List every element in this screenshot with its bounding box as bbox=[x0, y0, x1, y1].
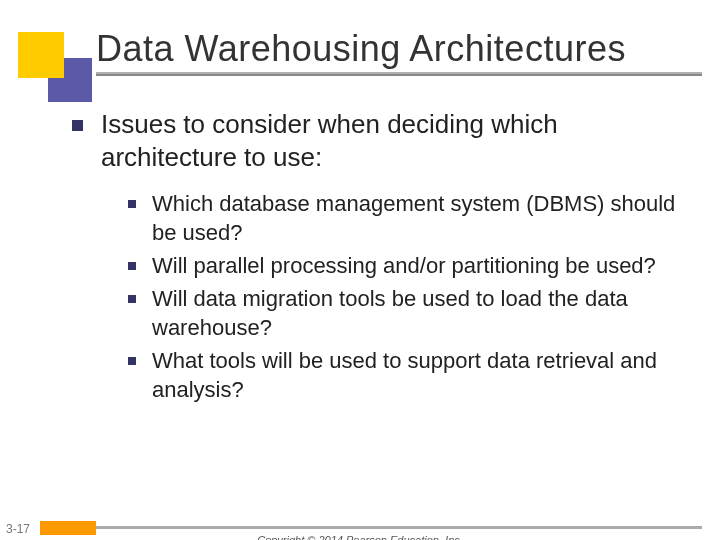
slide-content: Issues to consider when deciding which a… bbox=[72, 108, 690, 408]
sub-bullet-text: What tools will be used to support data … bbox=[152, 346, 690, 404]
square-bullet-icon bbox=[72, 120, 83, 131]
decoration-yellow-square bbox=[18, 32, 64, 78]
sub-bullet: Will parallel processing and/or partitio… bbox=[128, 251, 690, 280]
sub-bullet: Which database management system (DBMS) … bbox=[128, 189, 690, 247]
sub-bullet-text: Will parallel processing and/or partitio… bbox=[152, 251, 656, 280]
sub-bullet: What tools will be used to support data … bbox=[128, 346, 690, 404]
square-bullet-icon bbox=[128, 357, 136, 365]
copyright-text: Copyright © 2014 Pearson Education, Inc. bbox=[0, 534, 720, 540]
sub-bullet-list: Which database management system (DBMS) … bbox=[128, 189, 690, 404]
main-bullet: Issues to consider when deciding which a… bbox=[72, 108, 690, 175]
square-bullet-icon bbox=[128, 200, 136, 208]
sub-bullet-text: Which database management system (DBMS) … bbox=[152, 189, 690, 247]
title-underline bbox=[96, 72, 702, 76]
slide-title: Data Warehousing Architectures bbox=[96, 28, 720, 70]
square-bullet-icon bbox=[128, 262, 136, 270]
decoration-orange-bar bbox=[40, 521, 96, 535]
sub-bullet-text: Will data migration tools be used to loa… bbox=[152, 284, 690, 342]
square-bullet-icon bbox=[128, 295, 136, 303]
sub-bullet: Will data migration tools be used to loa… bbox=[128, 284, 690, 342]
footer-line bbox=[96, 526, 702, 529]
slide-title-area: Data Warehousing Architectures bbox=[0, 0, 720, 70]
main-bullet-text: Issues to consider when deciding which a… bbox=[101, 108, 690, 175]
